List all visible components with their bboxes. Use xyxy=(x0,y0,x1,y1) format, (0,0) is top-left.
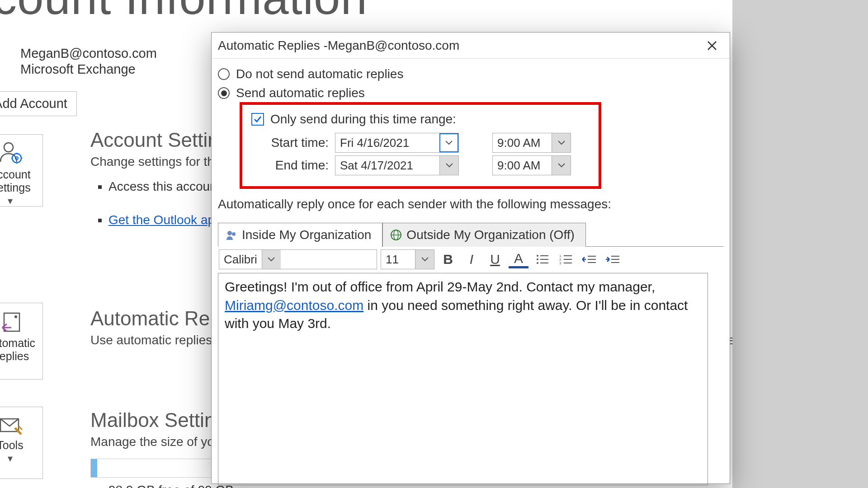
reply-message-editor[interactable]: Greetings! I'm out of office from April … xyxy=(218,273,708,485)
mailbox-tools-icon xyxy=(0,413,23,436)
dialog-titlebar: Automatic Replies - MeganB@contoso.com xyxy=(212,33,730,59)
account-info: MeganB@contoso.com Microsoft Exchange xyxy=(20,46,157,77)
chevron-down-icon xyxy=(439,156,458,175)
dialog-title-email: MeganB@contoso.com xyxy=(328,38,459,53)
person-gear-icon xyxy=(0,140,23,165)
start-time-row: Start time: Fri 4/16/2021 9:00 AM xyxy=(265,133,590,153)
checkbox-time-range[interactable]: Only send during this time range: xyxy=(251,112,590,127)
add-account-button[interactable]: Add Account xyxy=(0,91,77,116)
radio-label: Do not send automatic replies xyxy=(236,67,403,81)
tabstrip: Inside My Organization Outside My Organi… xyxy=(218,222,723,247)
chevron-down-icon: ▾ xyxy=(0,195,41,207)
dialog-title-prefix: Automatic Replies - xyxy=(218,38,328,53)
chevron-down-icon xyxy=(262,250,281,269)
outdent-button[interactable] xyxy=(579,249,599,269)
right-grey-region xyxy=(732,0,868,488)
message-text: Greetings! I'm out of office from April … xyxy=(225,279,655,294)
mailbox-quota-fill xyxy=(91,459,97,477)
end-time-dropdown[interactable]: 9:00 AM xyxy=(492,155,571,175)
svg-point-12 xyxy=(227,231,232,235)
svg-point-0 xyxy=(4,143,13,152)
dropdown-value: Fri 4/16/2021 xyxy=(335,133,439,152)
globe-icon xyxy=(390,229,402,241)
page-title: Account Information xyxy=(0,0,368,25)
start-time-dropdown[interactable]: 9:00 AM xyxy=(492,133,571,153)
checkbox-icon xyxy=(251,113,264,126)
start-date-dropdown[interactable]: Fri 4/16/2021 xyxy=(335,133,459,153)
end-time-row: End time: Sat 4/17/2021 9:00 AM xyxy=(265,155,590,175)
tile-label: Account Settings xyxy=(0,168,41,194)
bold-button[interactable]: B xyxy=(438,249,458,269)
svg-point-13 xyxy=(232,232,236,236)
tools-tile[interactable]: Tools ▾ xyxy=(0,407,43,479)
dropdown-value: Sat 4/17/2021 xyxy=(335,156,439,175)
svg-point-19 xyxy=(537,258,538,260)
tab-label: Outside My Organization (Off) xyxy=(406,228,574,242)
font-family-dropdown[interactable]: Calibri xyxy=(219,249,377,269)
message-email-link[interactable]: Miriamg@contoso.com xyxy=(225,298,363,313)
time-range-highlight: Only send during this time range: Start … xyxy=(240,102,601,189)
account-block xyxy=(0,43,20,72)
svg-text:3: 3 xyxy=(559,261,561,265)
tile-label: Tools xyxy=(0,439,41,452)
account-settings-tile[interactable]: Account Settings ▾ xyxy=(0,134,43,206)
font-color-button[interactable]: A xyxy=(509,250,528,268)
svg-rect-7 xyxy=(4,313,19,331)
close-button[interactable] xyxy=(701,34,723,57)
tile-label: Automatic Replies xyxy=(0,337,41,363)
radio-label: Send automatic replies xyxy=(236,86,365,100)
chevron-down-icon xyxy=(552,156,571,175)
checkbox-label: Only send during this time range: xyxy=(270,112,456,127)
chevron-down-icon xyxy=(552,133,571,152)
numbered-list-icon: 1 2 3 xyxy=(559,254,572,265)
font-size-dropdown[interactable]: 11 xyxy=(381,249,434,269)
automatic-replies-dialog: Automatic Replies - MeganB@contoso.com D… xyxy=(211,32,730,484)
tab-outside-org[interactable]: Outside My Organization (Off) xyxy=(382,223,585,247)
dropdown-value: 9:00 AM xyxy=(493,156,552,175)
italic-button[interactable]: I xyxy=(462,249,481,269)
svg-point-8 xyxy=(14,315,17,318)
chevron-down-icon xyxy=(439,133,458,152)
outdent-icon xyxy=(582,254,596,264)
svg-point-17 xyxy=(537,255,538,257)
radio-send[interactable]: Send automatic replies xyxy=(218,86,723,100)
indent-icon xyxy=(606,254,619,264)
svg-point-21 xyxy=(537,262,538,264)
numbered-list-button[interactable]: 1 2 3 xyxy=(556,249,576,269)
bullet-list-button[interactable] xyxy=(532,249,552,269)
auto-reply-instruction: Automatically reply once for each sender… xyxy=(218,197,723,211)
people-icon xyxy=(226,229,237,241)
bullet-list-icon xyxy=(536,254,548,265)
indent-button[interactable] xyxy=(603,249,623,269)
tab-label: Inside My Organization xyxy=(242,228,371,242)
auto-reply-icon xyxy=(0,309,23,334)
chevron-down-icon xyxy=(415,250,434,269)
radio-icon xyxy=(218,68,230,80)
end-time-label: End time: xyxy=(265,158,335,173)
automatic-replies-tile[interactable]: Automatic Replies xyxy=(0,303,43,380)
tab-inside-org[interactable]: Inside My Organization xyxy=(218,223,382,247)
start-time-label: Start time: xyxy=(265,136,335,150)
account-email: MeganB@contoso.com xyxy=(20,46,157,61)
end-date-dropdown[interactable]: Sat 4/17/2021 xyxy=(335,155,459,175)
svg-point-2 xyxy=(15,157,18,160)
underline-button[interactable]: U xyxy=(485,249,505,269)
close-icon xyxy=(707,41,717,51)
format-toolbar: Calibri 11 B I U A xyxy=(218,247,723,272)
dropdown-value: Calibri xyxy=(219,250,262,269)
dropdown-value: 11 xyxy=(381,250,415,269)
account-type: Microsoft Exchange xyxy=(20,62,157,77)
dropdown-value: 9:00 AM xyxy=(493,133,552,152)
radio-do-not-send[interactable]: Do not send automatic replies xyxy=(218,67,723,81)
chevron-down-icon: ▾ xyxy=(0,453,41,465)
radio-icon xyxy=(218,87,230,99)
